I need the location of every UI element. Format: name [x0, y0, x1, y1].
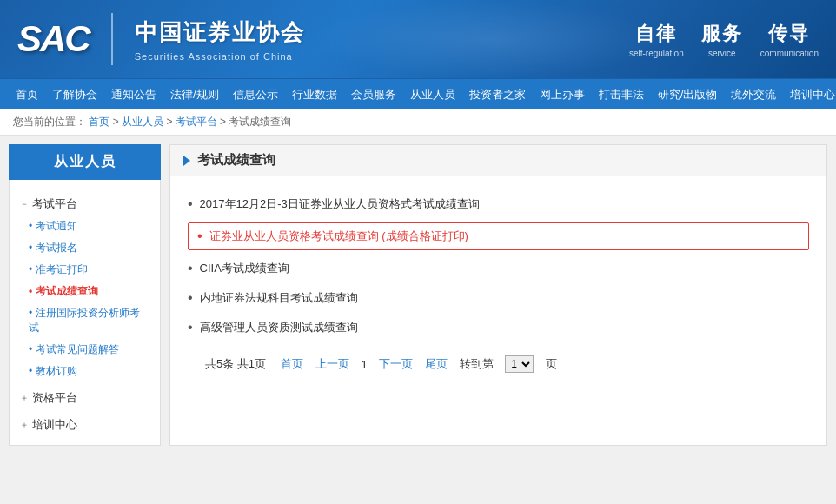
- pagination-page-select[interactable]: 1: [505, 355, 534, 373]
- nav-online[interactable]: 网上办事: [533, 79, 592, 110]
- content-item-3[interactable]: 内地证券法规科目考试成绩查询: [188, 283, 809, 313]
- nav-about[interactable]: 了解协会: [45, 79, 104, 110]
- motto-en-1: self-regulation: [629, 49, 684, 58]
- sidebar-link-score[interactable]: • 考试成绩查询: [10, 281, 160, 302]
- logo-divider: [111, 13, 113, 65]
- breadcrumb-label: 您当前的位置：: [13, 116, 86, 128]
- motto-list: 自律 self-regulation 服务 service 传导 communi…: [629, 21, 819, 58]
- org-name-cn: 中国证券业协会: [135, 17, 305, 48]
- sidebar-section-exam: － 考试平台 • 考试通知 • 考试报名 • 准考证打印 • 考试成绩查询 • …: [10, 193, 160, 382]
- content-link-1[interactable]: 证券业从业人员资格考试成绩查询 (成绩合格证打印): [209, 229, 468, 244]
- nav-staff[interactable]: 从业人员: [403, 79, 462, 110]
- content-item-2[interactable]: CIIA考试成绩查询: [188, 254, 809, 283]
- nav-notice[interactable]: 通知公告: [104, 79, 163, 110]
- sidebar-section-qualification: ＋ 资格平台: [10, 387, 160, 409]
- content-body: 2017年12月2日-3日证券业从业人员资格式考试成绩查询 证券业从业人员资格考…: [170, 176, 826, 399]
- expand-icon-training: ＋: [20, 419, 29, 431]
- pagination-last[interactable]: 尾页: [425, 356, 448, 372]
- breadcrumb-staff[interactable]: 从业人员: [122, 116, 163, 128]
- expand-icon-qual: ＋: [20, 392, 29, 404]
- motto-cn-1: 自律: [629, 21, 684, 47]
- pagination-page-num: 1: [362, 358, 368, 371]
- sidebar-title: 从业人员: [9, 144, 161, 180]
- content-header-title: 考试成绩查询: [197, 152, 275, 169]
- motto-self-regulation: 自律 self-regulation: [629, 21, 684, 58]
- logo-area: SAC 中国证券业协会 Securities Association of Ch…: [17, 13, 305, 65]
- motto-cn-2: 服务: [701, 21, 743, 47]
- motto-communication: 传导 communication: [760, 21, 819, 58]
- content-item-1[interactable]: 证券业从业人员资格考试成绩查询 (成绩合格证打印): [188, 222, 809, 250]
- pagination: 共5条 共1页 首页 上一页 1 下一页 尾页 转到第 1 页: [188, 342, 809, 386]
- nav-anti[interactable]: 打击非法: [592, 79, 651, 110]
- main-container: 从业人员 － 考试平台 • 考试通知 • 考试报名 • 准考证打印 • 考试成绩…: [0, 136, 836, 454]
- nav-info[interactable]: 信息公示: [226, 79, 285, 110]
- content-link-2[interactable]: CIIA考试成绩查询: [200, 261, 289, 276]
- nav-research[interactable]: 研究/出版物: [651, 79, 725, 110]
- sidebar-link-notice[interactable]: • 考试通知: [10, 216, 160, 237]
- nav-member[interactable]: 会员服务: [344, 79, 403, 110]
- expand-icon-exam: －: [20, 198, 29, 210]
- sidebar-section-exam-label: 考试平台: [32, 196, 77, 212]
- pagination-next[interactable]: 下一页: [379, 356, 413, 372]
- sac-logo: SAC: [17, 18, 90, 60]
- content-item-0[interactable]: 2017年12月2日-3日证券业从业人员资格式考试成绩查询: [188, 189, 809, 219]
- pagination-first[interactable]: 首页: [281, 356, 303, 372]
- sidebar: 从业人员 － 考试平台 • 考试通知 • 考试报名 • 准考证打印 • 考试成绩…: [9, 144, 161, 446]
- sac-letters: SAC: [17, 18, 90, 60]
- sidebar-section-training-title[interactable]: ＋ 培训中心: [10, 414, 160, 436]
- motto-service: 服务 service: [701, 21, 743, 58]
- header-motto-area: 自律 self-regulation 服务 service 传导 communi…: [629, 21, 819, 58]
- content-header: 考试成绩查询: [170, 145, 826, 176]
- nav-overseas[interactable]: 境外交流: [724, 79, 783, 110]
- sidebar-link-ciia-reg[interactable]: • 注册国际投资分析师考试: [10, 302, 160, 339]
- sidebar-link-admission[interactable]: • 准考证打印: [10, 259, 160, 281]
- nav-home[interactable]: 首页: [9, 79, 45, 110]
- nav-investor[interactable]: 投资者之家: [462, 79, 533, 110]
- content-link-0[interactable]: 2017年12月2日-3日证券业从业人员资格式考试成绩查询: [200, 196, 480, 212]
- nav-bar: 首页 了解协会 通知公告 法律/规则 信息公示 行业数据 会员服务 从业人员 投…: [0, 78, 836, 109]
- breadcrumb-home[interactable]: 首页: [89, 116, 109, 128]
- sidebar-section-exam-title[interactable]: － 考试平台: [10, 193, 160, 216]
- section-arrow-icon: [183, 156, 190, 166]
- nav-law[interactable]: 法律/规则: [163, 79, 226, 110]
- pagination-prev[interactable]: 上一页: [315, 356, 349, 372]
- motto-cn-3: 传导: [760, 21, 819, 47]
- org-name: 中国证券业协会 Securities Association of China: [135, 17, 305, 62]
- sidebar-body: － 考试平台 • 考试通知 • 考试报名 • 准考证打印 • 考试成绩查询 • …: [9, 180, 161, 446]
- nav-training[interactable]: 培训中心: [783, 79, 836, 110]
- pagination-page-label: 页: [546, 356, 557, 372]
- sidebar-link-registration[interactable]: • 考试报名: [10, 237, 160, 259]
- breadcrumb-exam-platform[interactable]: 考试平台: [176, 116, 217, 128]
- breadcrumb: 您当前的位置： 首页 > 从业人员 > 考试平台 > 考试成绩查询: [0, 109, 836, 136]
- site-header: SAC 中国证券业协会 Securities Association of Ch…: [0, 0, 836, 78]
- content-link-3[interactable]: 内地证券法规科目考试成绩查询: [200, 290, 358, 306]
- sidebar-section-training-label: 培训中心: [32, 417, 77, 433]
- breadcrumb-current: 考试成绩查询: [229, 116, 291, 128]
- sidebar-section-training: ＋ 培训中心: [10, 414, 160, 436]
- org-name-en: Securities Association of China: [135, 51, 305, 62]
- content-link-4[interactable]: 高级管理人员资质测试成绩查询: [200, 320, 358, 335]
- sidebar-link-faq[interactable]: • 考试常见问题解答: [10, 339, 160, 361]
- pagination-summary: 共5条 共1页: [205, 356, 266, 372]
- sidebar-link-materials[interactable]: • 教材订购: [10, 361, 160, 382]
- motto-en-3: communication: [760, 49, 819, 58]
- motto-en-2: service: [701, 49, 743, 58]
- sidebar-section-qual-title[interactable]: ＋ 资格平台: [10, 387, 160, 409]
- sidebar-section-qual-label: 资格平台: [32, 390, 77, 406]
- pagination-goto: 转到第: [460, 356, 494, 372]
- content-area: 考试成绩查询 2017年12月2日-3日证券业从业人员资格式考试成绩查询 证券业…: [169, 144, 827, 446]
- content-item-4[interactable]: 高级管理人员资质测试成绩查询: [188, 313, 809, 342]
- nav-data[interactable]: 行业数据: [285, 79, 344, 110]
